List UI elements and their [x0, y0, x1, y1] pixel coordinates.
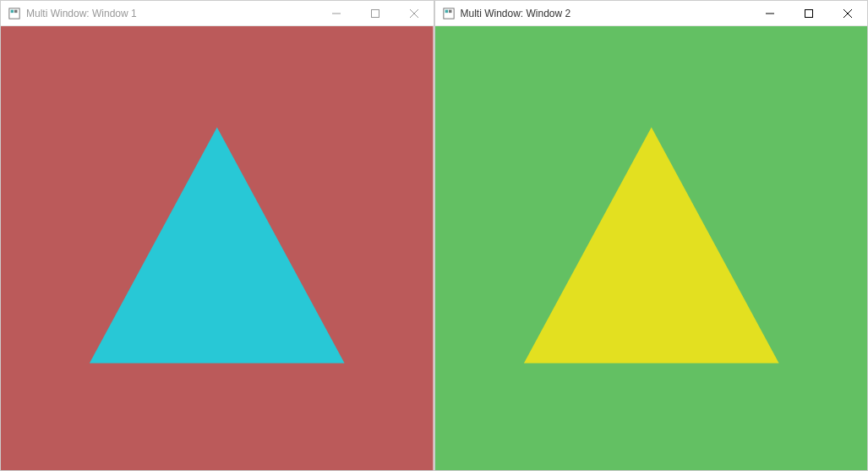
svg-rect-2: [14, 9, 18, 13]
client-area-1: [1, 26, 434, 470]
svg-rect-9: [449, 9, 452, 13]
maximize-button[interactable]: [356, 1, 395, 25]
window-controls: [751, 1, 867, 25]
svg-rect-8: [445, 9, 448, 13]
window-2: Multi Window: Window 2: [434, 0, 869, 471]
window-controls: [317, 1, 434, 25]
app-icon: [442, 7, 456, 20]
svg-rect-11: [805, 9, 813, 17]
titlebar-1[interactable]: Multi Window: Window 1: [1, 1, 434, 26]
maximize-button[interactable]: [789, 1, 828, 25]
client-area-2: [435, 26, 868, 470]
minimize-button[interactable]: [317, 1, 356, 25]
window-title: Multi Window: Window 2: [461, 8, 751, 19]
svg-rect-1: [11, 9, 14, 13]
titlebar-2[interactable]: Multi Window: Window 2: [435, 1, 868, 26]
close-button[interactable]: [395, 1, 434, 25]
canvas-2: [435, 26, 868, 470]
svg-rect-4: [371, 9, 379, 17]
app-icon: [8, 7, 21, 20]
canvas-1: [1, 26, 434, 470]
window-1: Multi Window: Window 1: [0, 0, 434, 471]
window-title: Multi Window: Window 1: [26, 8, 317, 19]
minimize-button[interactable]: [751, 1, 789, 25]
close-button[interactable]: [828, 1, 867, 25]
